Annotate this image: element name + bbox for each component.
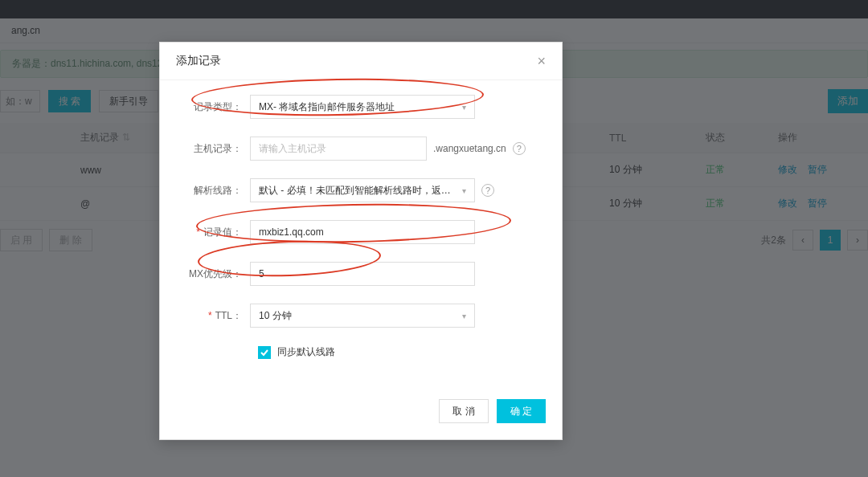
cancel-button[interactable]: 取 消 <box>439 399 488 423</box>
label-value: *记录值： <box>179 226 250 239</box>
label-line: 解析线路： <box>179 184 250 198</box>
close-icon[interactable]: × <box>537 54 546 68</box>
chevron-down-icon: ▾ <box>462 312 466 320</box>
chevron-down-icon: ▾ <box>462 186 466 195</box>
help-icon[interactable]: ? <box>513 142 526 155</box>
record-value-input[interactable] <box>250 220 475 244</box>
chevron-down-icon: ▾ <box>462 103 466 112</box>
sync-default-line-checkbox[interactable] <box>258 346 271 359</box>
modal-title: 添加记录 <box>176 54 221 68</box>
label-host: 主机记录： <box>179 142 250 156</box>
resolve-line-select[interactable]: 默认 - 必填！未匹配到智能解析线路时，返回【默认】线路...▾ <box>250 178 475 202</box>
help-icon[interactable]: ? <box>481 184 494 197</box>
label-ttl: *TTL： <box>179 309 250 323</box>
label-mx: MX优先级： <box>179 267 250 281</box>
label-type: 记录类型： <box>179 100 250 114</box>
add-record-modal: 添加记录 × 记录类型： MX- 将域名指向邮件服务器地址▾ 主机记录： .wa… <box>159 42 563 440</box>
mx-priority-input[interactable] <box>250 262 475 286</box>
ttl-select[interactable]: 10 分钟▾ <box>250 304 475 328</box>
check-icon <box>260 348 269 357</box>
sync-default-line-label: 同步默认线路 <box>277 345 335 359</box>
record-type-select[interactable]: MX- 将域名指向邮件服务器地址▾ <box>250 95 475 119</box>
host-record-input[interactable] <box>250 137 427 161</box>
host-suffix: .wangxuetang.cn <box>433 143 506 154</box>
ok-button[interactable]: 确 定 <box>497 399 546 423</box>
